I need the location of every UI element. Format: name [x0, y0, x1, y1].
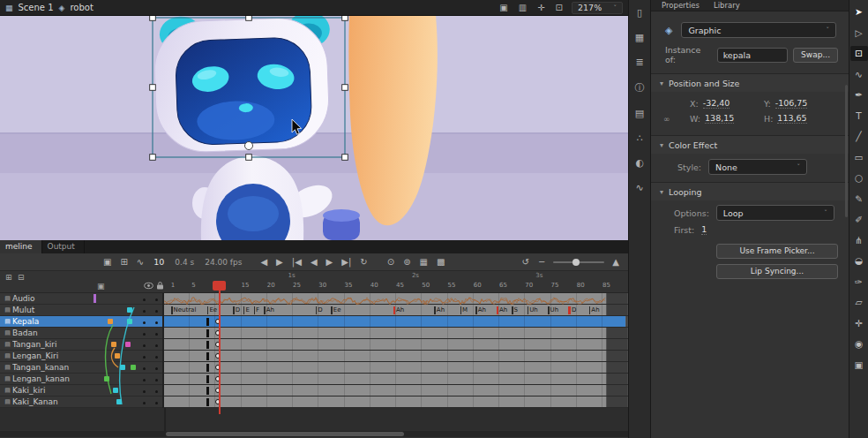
play-button[interactable]: ▶	[272, 257, 288, 267]
tab-timeline[interactable]: meline	[0, 240, 42, 253]
layer-lock-dot[interactable]	[150, 397, 162, 406]
scrollbar-thumb[interactable]	[166, 432, 404, 436]
layer-lock-dot[interactable]	[150, 340, 162, 349]
layer-visibility-dot[interactable]	[138, 340, 150, 349]
tab-properties[interactable]: Properties	[662, 1, 700, 10]
camera-toggle-icon[interactable]: ▣	[99, 257, 116, 267]
layer-row[interactable]: ▤Audio	[0, 293, 162, 305]
layer-row[interactable]: ▤Lengan_Kiri	[0, 351, 162, 362]
frame-row[interactable]	[164, 339, 628, 351]
swap-button[interactable]: Swap...	[793, 48, 838, 63]
camera-tool[interactable]: ▣	[850, 358, 868, 373]
frame-ruler[interactable]: 1510152025303540455055606570758085	[166, 281, 628, 292]
zoom-select[interactable]: 217% ˅	[572, 2, 623, 14]
bone-tool[interactable]: ⋔	[850, 233, 868, 248]
onion-outline-icon[interactable]: ⊚	[399, 257, 415, 267]
panel-icon-library[interactable]: ▤	[635, 108, 644, 119]
current-frame-value[interactable]: 10	[148, 257, 169, 267]
stage-canvas[interactable]	[0, 16, 628, 240]
layer-visibility-dot[interactable]	[138, 374, 150, 383]
prev-frame-button[interactable]: ◀	[306, 257, 322, 267]
center-stage-icon[interactable]: ✛	[537, 3, 544, 12]
text-tool[interactable]: T	[850, 109, 868, 124]
subselection-tool[interactable]: ▷	[850, 26, 868, 41]
layer-lock-dot[interactable]	[150, 306, 162, 314]
layer-visibility-dot[interactable]	[138, 363, 150, 372]
first-frame-value[interactable]: 1	[701, 224, 707, 235]
timeline-zoom-slider[interactable]	[553, 261, 604, 263]
tab-library[interactable]: Library	[714, 1, 740, 10]
fit-screen-icon[interactable]: ⊡	[556, 3, 563, 12]
frame-row[interactable]	[164, 293, 628, 305]
pencil-tool[interactable]: ✎	[850, 192, 868, 207]
playhead-line[interactable]	[219, 291, 221, 414]
layer-lock-dot[interactable]	[150, 374, 162, 383]
next-frame-button[interactable]: ▶	[322, 257, 338, 267]
rectangle-tool[interactable]: ▭	[850, 150, 868, 165]
style-select[interactable]: None ˅	[708, 159, 807, 175]
frame-row[interactable]	[164, 328, 628, 339]
hand-tool[interactable]: ✛	[850, 316, 868, 331]
layer-row[interactable]: ▤Tangan_kanan	[0, 362, 162, 374]
panel-icon-globe[interactable]: ◐	[635, 157, 644, 169]
layer-visibility-dot[interactable]	[138, 386, 150, 395]
frame-row[interactable]	[164, 316, 628, 328]
layer-lock-dot[interactable]	[150, 386, 162, 395]
panel-icon-info[interactable]: ⓘ	[635, 81, 645, 94]
breadcrumb-scene[interactable]: Scene 1	[19, 3, 54, 12]
reset-timeline-zoom-icon[interactable]: ↺	[518, 257, 534, 267]
layer-visibility-dot[interactable]	[138, 306, 150, 314]
go-last-frame-button[interactable]: ▶|	[337, 257, 355, 267]
frame-row[interactable]	[164, 396, 628, 408]
layer-visibility-dot[interactable]	[138, 294, 150, 303]
w-value[interactable]: 138,15	[705, 113, 734, 124]
eyedropper-tool[interactable]: ✑	[850, 275, 868, 290]
panel-icon-brushes[interactable]: ∴	[637, 132, 643, 144]
layer-lock-dot[interactable]	[150, 363, 162, 372]
panel-icon-swatches[interactable]: ▦	[635, 32, 644, 43]
paint-bucket-tool[interactable]: ◒	[850, 253, 868, 268]
properties-scrollbar[interactable]	[845, 85, 848, 217]
frame-grid[interactable]: NeutralEeDEFAhDEeAhAhMAhAhSUhUhDAh	[164, 293, 628, 408]
timeline-horizontal-scrollbar[interactable]	[0, 431, 628, 437]
graph-editor-icon[interactable]: ∿	[132, 257, 148, 267]
layer-row[interactable]: ▤Tangan_kiri	[0, 339, 162, 351]
layer-visibility-dot[interactable]	[138, 351, 150, 360]
position-size-header[interactable]: ▾ Position and Size	[651, 74, 849, 92]
frame-row[interactable]	[164, 351, 628, 362]
parenting-view-icon[interactable]: ⊞	[116, 257, 131, 267]
selection-tool[interactable]: ➤	[850, 4, 868, 19]
onion-range-icon[interactable]: ▩	[432, 257, 449, 267]
lock-icon[interactable]	[156, 281, 164, 290]
brush-tool[interactable]: ✐	[850, 212, 868, 227]
h-value[interactable]: 113,65	[777, 113, 806, 124]
layer-row[interactable]: ▤Lengan_kanan	[0, 374, 162, 385]
frame-row[interactable]	[164, 374, 628, 385]
frame-row[interactable]: NeutralEeDEFAhDEeAhAhMAhAhSUhUhDAh	[164, 305, 628, 316]
layer-lock-dot[interactable]	[150, 294, 162, 303]
layer-visibility-dot[interactable]	[138, 328, 150, 337]
looping-header[interactable]: ▾ Looping	[651, 183, 849, 200]
panel-icon-device[interactable]: ▯	[637, 7, 642, 19]
frame-rate-value[interactable]: 24.00 fps	[199, 258, 247, 267]
transformation-point[interactable]	[245, 142, 253, 150]
frame-row[interactable]	[164, 385, 628, 396]
frame-row[interactable]	[164, 362, 628, 374]
lasso-tool[interactable]: ∿	[850, 67, 868, 82]
panel-icon-align[interactable]: ≣	[635, 57, 643, 68]
onion-skin-icon[interactable]: ⊙	[383, 257, 399, 267]
eraser-tool[interactable]: ▱	[850, 295, 868, 310]
layer-lock-dot[interactable]	[150, 317, 162, 326]
layer-lock-dot[interactable]	[150, 328, 162, 337]
link-dimensions-icon[interactable]: ∞	[663, 115, 670, 124]
line-tool[interactable]: ╱	[850, 129, 868, 144]
layer-visibility-dot[interactable]	[138, 397, 150, 406]
robot-head[interactable]	[153, 16, 333, 154]
panel-icon-graph[interactable]: ∿	[635, 182, 643, 193]
layer-camera-icon[interactable]: ▣	[97, 282, 105, 291]
step-back-button[interactable]: ◀	[256, 257, 272, 267]
instance-name-field[interactable]: kepala	[717, 48, 788, 63]
delete-layer-icon[interactable]: ⊟	[18, 273, 25, 282]
frames-view-icon[interactable]: ▲	[608, 257, 628, 267]
layer-row[interactable]: ▤Kaki_Kanan	[0, 396, 162, 408]
